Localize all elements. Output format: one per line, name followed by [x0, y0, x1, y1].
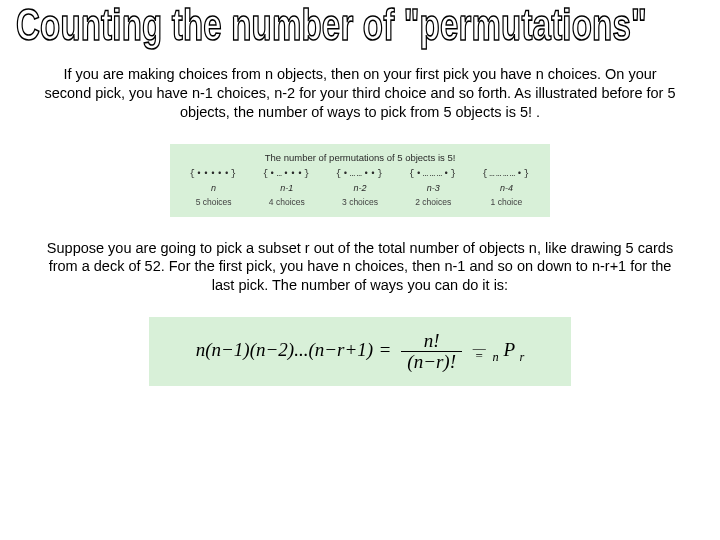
group-var: n-4 [473, 183, 540, 193]
perm-P: P [503, 339, 514, 360]
paragraph-subset: Suppose you are going to pick a subset r… [40, 239, 680, 296]
identity-symbol: —= [473, 344, 486, 358]
group-var: n-3 [400, 183, 467, 193]
paragraph-intro: If you are making choices from n objects… [40, 65, 680, 122]
group-var: n-2 [326, 183, 393, 193]
group-vis: {•……••} [326, 169, 393, 179]
equals-sign: = [378, 339, 393, 360]
group-vis: {•••••} [180, 169, 247, 179]
group-vis: {…………•} [473, 169, 540, 179]
group-vis: {•………•} [400, 169, 467, 179]
perm-sub-n: n [493, 350, 499, 364]
formula-lhs: n(n−1)(n−2)...(n−r+1) [196, 339, 373, 360]
fraction-denominator: (n−r)! [401, 352, 462, 372]
panel-title: The number of permutations of 5 objects … [180, 152, 540, 163]
group-var: n-1 [253, 183, 320, 193]
group-note: 1 choice [473, 197, 540, 207]
group-note: 4 choices [253, 197, 320, 207]
panel-row-braces: {•••••} {•…•••} {•……••} {•………•} {…………•} [180, 169, 540, 179]
group-note: 2 choices [400, 197, 467, 207]
panel-row-vars: n n-1 n-2 n-3 n-4 [180, 183, 540, 193]
slide: Counting the number of "permutations" If… [0, 0, 720, 540]
panel-row-notes: 5 choices 4 choices 3 choices 2 choices … [180, 197, 540, 207]
formula-panel: n(n−1)(n−2)...(n−r+1) = n! (n−r)! —= n P… [149, 317, 571, 386]
slide-title: Counting the number of "permutations" [16, 2, 706, 47]
fraction-numerator: n! [401, 331, 462, 352]
group-var: n [180, 183, 247, 193]
illustration-panel: The number of permutations of 5 objects … [170, 144, 550, 217]
perm-sub-r: r [519, 350, 524, 364]
formula-fraction: n! (n−r)! [401, 331, 462, 372]
group-note: 5 choices [180, 197, 247, 207]
group-note: 3 choices [326, 197, 393, 207]
group-vis: {•…•••} [253, 169, 320, 179]
